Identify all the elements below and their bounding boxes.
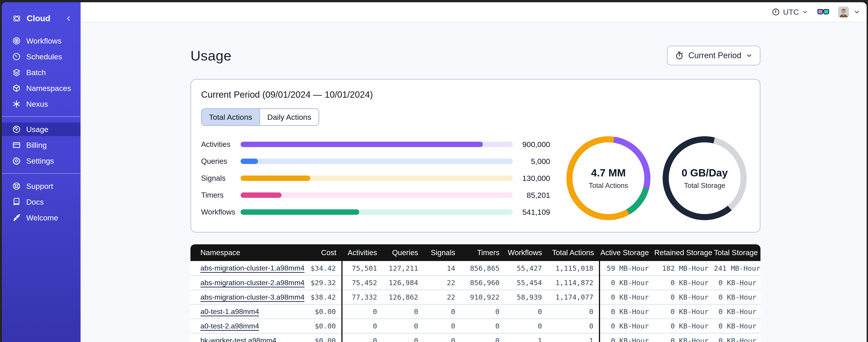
value-cell: 22 (424, 275, 461, 290)
value-cell: 0 KB-Hour (654, 319, 714, 333)
bar-track (241, 175, 513, 181)
topbar: UTC (81, 2, 867, 22)
sidebar-item-billing[interactable]: Billing (2, 138, 81, 152)
value-cell: 182 MB-Hour (654, 261, 714, 275)
sidebar-item-label: Support (26, 182, 53, 191)
value-cell: 0 KB-Hour (654, 304, 714, 319)
bar-row: Activities 900,000 (201, 141, 550, 148)
welcome-rocket-icon (12, 213, 21, 222)
nexus-icon (12, 100, 21, 108)
donut-chart: 0 GB/Day Total Storage (663, 136, 747, 220)
value-cell: 1,114,872 (548, 275, 599, 290)
sidebar-item-label: Nexus (26, 100, 48, 108)
namespace-cell: a0-test-2.a98mm4 (190, 319, 281, 333)
sidebar-divider (2, 116, 81, 117)
sidebar-collapse-icon[interactable] (65, 15, 72, 22)
donut-label: Total Actions (589, 181, 628, 190)
sidebar-item-welcome[interactable]: Welcome (2, 211, 81, 225)
app-window: Cloud Workflows Schedules Batch (2, 2, 867, 342)
sidebar: Cloud Workflows Schedules Batch (2, 2, 81, 342)
value-cell: 55,427 (505, 261, 548, 275)
sidebar-item-workflows[interactable]: Workflows (2, 34, 81, 47)
bar-value: 900,000 (513, 140, 550, 149)
value-cell: 0 (424, 333, 461, 342)
value-cell: 0 KB-Hour (654, 290, 714, 304)
value-cell: 0 (424, 319, 461, 333)
tab-total-actions[interactable]: Total Actions (202, 109, 260, 125)
column-header: Total Storage (714, 244, 761, 261)
temporal-cloud-logo-icon (12, 14, 21, 23)
value-cell: 0 KB-Hour (714, 304, 761, 319)
period-dropdown-button[interactable]: Current Period (667, 45, 761, 65)
table-row: abs-migration-cluster-2.a98mm4$29.3275,4… (190, 275, 761, 290)
bar-fill (241, 142, 483, 147)
bar-label: Signals (201, 174, 241, 182)
page-content: Usage Current Period Current Period (09/… (81, 22, 867, 342)
namespace-link[interactable]: bk-worker-test.a98mm4 (200, 336, 276, 342)
sidebar-item-label: Billing (26, 141, 47, 149)
sidebar-item-schedules[interactable]: Schedules (2, 50, 81, 63)
value-cell: 0 (461, 333, 505, 342)
value-cell: 0 KB-Hour (714, 290, 761, 304)
value-cell: 77,332 (342, 290, 382, 304)
sidebar-item-support[interactable]: Support (2, 179, 81, 193)
bar-value: 130,000 (513, 174, 550, 183)
namespace-link[interactable]: a0-test-1.a98mm4 (200, 307, 259, 316)
sidebar-item-namespaces[interactable]: Namespaces (2, 81, 81, 95)
sidebar-item-docs[interactable]: Docs (2, 195, 81, 209)
donut-value: 4.7 MM (591, 167, 626, 179)
billing-card-icon (12, 141, 21, 149)
namespace-cell: abs-migration-cluster-2.a98mm4 (190, 275, 281, 290)
value-cell: 0 (382, 304, 424, 319)
namespaces-icon (12, 84, 21, 93)
donut-label: Total Storage (684, 181, 725, 190)
page-title: Usage (190, 47, 231, 64)
value-cell: 126,862 (382, 290, 424, 304)
avatar (838, 6, 849, 18)
value-cell: $0.00 (281, 319, 342, 333)
current-period-panel: Current Period (09/01/2024 — 10/01/2024)… (190, 79, 761, 233)
sidebar-item-nexus[interactable]: Nexus (2, 97, 81, 111)
value-cell: 0 KB-Hour (714, 275, 761, 290)
value-cell: 0 (424, 304, 461, 319)
period-dropdown-label: Current Period (688, 51, 741, 60)
value-cell: 0 (505, 319, 548, 333)
bar-track (241, 209, 513, 215)
table-row: bk-worker-test.a98mm4$0.000000110 KB-Hou… (190, 333, 761, 342)
namespace-link[interactable]: abs-migration-cluster-1.a98mm4 (200, 264, 305, 272)
column-header: Signals (424, 244, 461, 261)
summary-donuts: 4.7 MM Total Actions 0 GB/Day Total Stor… (566, 136, 750, 220)
column-header: Active Storage (599, 244, 654, 261)
sidebar-brand[interactable]: Cloud (2, 10, 81, 27)
bar-label: Timers (201, 191, 241, 199)
value-cell: 0 (548, 319, 599, 333)
namespace-link[interactable]: a0-test-2.a98mm4 (200, 322, 259, 330)
sidebar-item-label: Usage (26, 125, 48, 134)
value-cell: 0 (382, 319, 424, 333)
sidebar-item-label: Welcome (26, 213, 58, 222)
namespace-cell: abs-migration-cluster-3.a98mm4 (190, 290, 281, 304)
value-cell: 1 (548, 333, 599, 342)
value-cell: 1,115,018 (548, 261, 599, 275)
sidebar-item-settings[interactable]: Settings (2, 154, 81, 168)
sidebar-brand-label: Cloud (27, 14, 51, 23)
feedback-glasses-icon[interactable] (817, 8, 829, 16)
sidebar-item-label: Namespaces (26, 84, 71, 93)
schedules-icon (12, 52, 21, 61)
value-cell: 0 KB-Hour (654, 275, 714, 290)
value-cell: 1,174,077 (548, 290, 599, 304)
account-menu[interactable] (838, 6, 860, 18)
namespace-usage-table: NamespaceCostActivitiesQueriesSignalsTim… (190, 244, 761, 342)
value-cell: 0 KB-Hour (714, 319, 761, 333)
stopwatch-icon (675, 51, 684, 60)
timezone-selector[interactable]: UTC (772, 8, 808, 16)
namespace-link[interactable]: abs-migration-cluster-2.a98mm4 (200, 279, 305, 287)
table-row: abs-migration-cluster-1.a98mm4$34.4275,5… (190, 261, 761, 275)
tab-daily-actions[interactable]: Daily Actions (260, 109, 318, 125)
sidebar-item-batch[interactable]: Batch (2, 66, 81, 79)
value-cell: 1 (505, 333, 548, 342)
settings-gear-icon (12, 157, 21, 165)
namespace-link[interactable]: abs-migration-cluster-3.a98mm4 (200, 293, 305, 301)
sidebar-item-usage[interactable]: Usage (2, 123, 81, 136)
panel-title: Current Period (09/01/2024 — 10/01/2024) (201, 90, 750, 100)
